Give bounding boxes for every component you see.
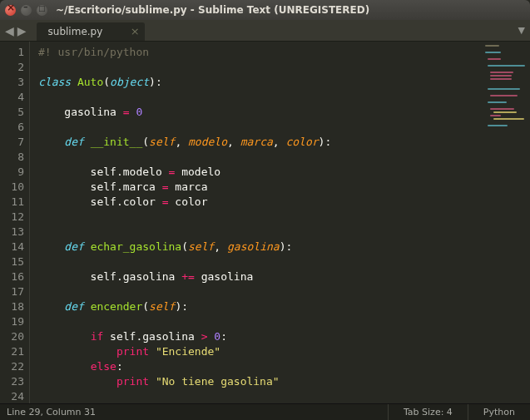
- code-line[interactable]: def __init__(self, modelo, marca, color)…: [38, 135, 482, 150]
- forward-icon[interactable]: ▶: [17, 24, 27, 37]
- line-number: 16: [0, 269, 24, 284]
- line-number: 20: [0, 329, 24, 344]
- minimap-line: [493, 111, 517, 113]
- code-line[interactable]: [38, 314, 482, 329]
- tab-bar: ◀ ▶ sublime.py × ▼: [0, 20, 530, 42]
- nav-arrows: ◀ ▶: [5, 24, 27, 37]
- line-number: 14: [0, 240, 24, 254]
- line-number: 18: [0, 299, 24, 314]
- line-number: 17: [0, 284, 24, 299]
- code-line[interactable]: def encender(self):: [38, 299, 482, 314]
- line-number: 7: [0, 135, 24, 150]
- code-line[interactable]: self.color = color: [38, 195, 482, 210]
- back-icon[interactable]: ◀: [5, 24, 14, 37]
- minimap-line: [490, 78, 512, 80]
- code-line[interactable]: [38, 254, 482, 269]
- code-line[interactable]: if self.gasolina > 0:: [38, 329, 482, 344]
- status-position: Line 29, Column 31: [0, 407, 388, 418]
- code-line[interactable]: self.modelo = modelo: [38, 165, 482, 180]
- minimap-line: [490, 108, 514, 110]
- code-line[interactable]: [38, 150, 482, 165]
- minimap-line: [493, 118, 524, 120]
- code-line[interactable]: else:: [38, 359, 482, 374]
- line-number: 4: [0, 90, 24, 105]
- status-syntax[interactable]: Python: [468, 404, 530, 420]
- maximize-icon[interactable]: [37, 5, 47, 16]
- minimap-line: [485, 45, 499, 47]
- line-number: 11: [0, 195, 24, 210]
- minimize-icon[interactable]: [21, 5, 32, 16]
- code-line[interactable]: [38, 90, 482, 105]
- code-line[interactable]: self.gasolina += gasolina: [38, 269, 482, 284]
- window-controls: [5, 5, 47, 16]
- tab-label: sublime.py: [48, 26, 103, 37]
- code-line[interactable]: class Auto(object):: [38, 75, 482, 90]
- window-titlebar: ~/Escritorio/sublime.py - Sublime Text (…: [0, 0, 530, 20]
- tab-menu-icon[interactable]: ▼: [518, 25, 525, 36]
- line-number: 3: [0, 75, 24, 90]
- line-number: 21: [0, 344, 24, 359]
- line-number: 15: [0, 254, 24, 269]
- line-number-gutter: 1234567891011121314151617181920212223242…: [0, 42, 30, 403]
- code-line[interactable]: [38, 389, 482, 403]
- code-line[interactable]: [38, 210, 482, 225]
- line-number: 12: [0, 210, 24, 225]
- minimap-line: [488, 65, 525, 67]
- line-number: 10: [0, 180, 24, 195]
- close-icon[interactable]: [5, 5, 16, 16]
- code-line[interactable]: [38, 120, 482, 135]
- status-tabsize[interactable]: Tab Size: 4: [388, 404, 468, 420]
- line-number: 1: [0, 45, 24, 60]
- status-bar: Line 29, Column 31 Tab Size: 4 Python: [0, 403, 530, 420]
- minimap-line: [490, 72, 513, 73]
- tab-close-icon[interactable]: ×: [131, 25, 140, 37]
- line-number: 22: [0, 359, 24, 374]
- code-line[interactable]: self.marca = marca: [38, 180, 482, 195]
- line-number: 8: [0, 150, 24, 165]
- code-area[interactable]: #! usr/bin/pythonclass Auto(object): gas…: [30, 42, 482, 403]
- code-line[interactable]: [38, 284, 482, 299]
- code-line[interactable]: #! usr/bin/python: [38, 45, 482, 60]
- line-number: 24: [0, 389, 24, 403]
- window-title: ~/Escritorio/sublime.py - Sublime Text (…: [56, 4, 369, 16]
- minimap-line: [488, 101, 507, 103]
- line-number: 5: [0, 105, 24, 120]
- minimap-line: [490, 95, 518, 96]
- editor[interactable]: 1234567891011121314151617181920212223242…: [0, 42, 530, 403]
- line-number: 23: [0, 374, 24, 389]
- line-number: 9: [0, 165, 24, 180]
- line-number: 19: [0, 314, 24, 329]
- code-line[interactable]: [38, 60, 482, 75]
- line-number: 6: [0, 120, 24, 135]
- code-line[interactable]: print "Enciende": [38, 344, 482, 359]
- minimap-line: [488, 58, 501, 60]
- minimap[interactable]: [482, 42, 530, 403]
- code-line[interactable]: gasolina = 0: [38, 105, 482, 120]
- code-line[interactable]: print "No tiene gasolina": [38, 374, 482, 389]
- minimap-line: [488, 88, 520, 90]
- minimap-line: [490, 75, 512, 77]
- code-line[interactable]: def echar_gasolina(self, gasolina):: [38, 240, 482, 254]
- line-number: 13: [0, 225, 24, 240]
- minimap-line: [488, 125, 508, 126]
- code-line[interactable]: [38, 225, 482, 240]
- line-number: 2: [0, 60, 24, 75]
- minimap-line: [485, 52, 501, 53]
- tab-file[interactable]: sublime.py ×: [37, 22, 145, 41]
- minimap-line: [490, 115, 501, 116]
